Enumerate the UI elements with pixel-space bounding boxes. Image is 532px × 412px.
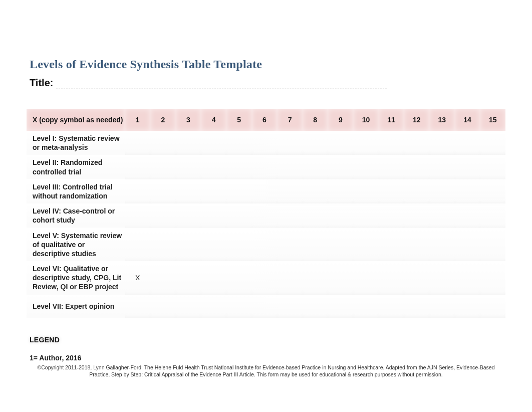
title-row: Title: [28, 77, 504, 89]
row-label: Level II: Randomized controlled trial [27, 155, 125, 179]
legend-list: 1= Author, 2016 [28, 354, 504, 362]
table-cell [353, 155, 379, 179]
table-row: Level II: Randomized controlled trial [27, 155, 505, 179]
column-header: 5 [226, 109, 252, 131]
table-row: Level V: Systematic review of qualitativ… [27, 228, 505, 262]
table-cell [480, 295, 505, 318]
table-cell [429, 261, 455, 295]
table-cell [150, 228, 176, 262]
table-cell [455, 155, 480, 179]
legend-item: 1= Author, 2016 [30, 354, 504, 362]
table-cell [125, 179, 150, 203]
page-heading: Levels of Evidence Synthesis Table Templ… [30, 58, 504, 71]
table-cell [328, 261, 353, 295]
table-cell [201, 131, 226, 155]
table-cell [303, 228, 328, 262]
table-cell [201, 179, 226, 203]
table-cell [353, 261, 379, 295]
column-header: 7 [277, 109, 303, 131]
table-cell [277, 179, 303, 203]
table-cell [252, 261, 278, 295]
column-header: 13 [429, 109, 455, 131]
table-cell [277, 228, 303, 262]
table-cell [353, 203, 379, 228]
table-row: Level III: Controlled trial without rand… [27, 179, 505, 203]
table-row: Level VII: Expert opinion [27, 295, 505, 318]
table-cell [125, 155, 150, 179]
table-cell [176, 228, 201, 262]
table-cell [480, 179, 505, 203]
table-cell [404, 261, 429, 295]
table-cell [201, 295, 226, 318]
table-cell [226, 131, 252, 155]
table-cell [353, 179, 379, 203]
table-cell [480, 261, 505, 295]
column-header: 14 [455, 109, 480, 131]
row-label: Level V: Systematic review of qualitativ… [27, 228, 125, 262]
table-cell [480, 228, 505, 262]
table-cell [353, 131, 379, 155]
column-header: 1 [125, 109, 150, 131]
copyright-footer: ©Copyright 2011-2018, Lynn Gallagher-For… [28, 364, 504, 378]
column-header: 10 [353, 109, 379, 131]
row-label: Level VII: Expert opinion [27, 295, 125, 318]
table-cell [303, 295, 328, 318]
column-header: 9 [328, 109, 353, 131]
table-cell [303, 131, 328, 155]
table-cell [150, 261, 176, 295]
table-cell [226, 228, 252, 262]
table-cell [303, 155, 328, 179]
table-cell [480, 131, 505, 155]
table-cell [328, 228, 353, 262]
table-cell [201, 261, 226, 295]
table-cell [429, 179, 455, 203]
table-cell [176, 261, 201, 295]
table-cell [328, 295, 353, 318]
table-cell [201, 203, 226, 228]
table-row: Level VI: Qualitative or descriptive stu… [27, 261, 505, 295]
title-input-line [56, 81, 387, 89]
table-cell [226, 203, 252, 228]
table-cell [404, 131, 429, 155]
table-cell [480, 155, 505, 179]
table-cell [226, 155, 252, 179]
table-cell [277, 295, 303, 318]
table-cell [353, 228, 379, 262]
table-cell [379, 203, 404, 228]
table-cell [429, 203, 455, 228]
table-row: Level IV: Case-control or cohort study [27, 203, 505, 228]
row-label: Level III: Controlled trial without rand… [27, 179, 125, 203]
table-cell [379, 155, 404, 179]
column-header: 4 [201, 109, 226, 131]
title-label: Title: [30, 77, 53, 89]
row-label: Level IV: Case-control or cohort study [27, 203, 125, 228]
table-cell [226, 295, 252, 318]
table-cell [125, 131, 150, 155]
table-cell [455, 261, 480, 295]
table-cell [404, 203, 429, 228]
table-cell [303, 179, 328, 203]
column-header: 15 [480, 109, 505, 131]
table-cell [455, 131, 480, 155]
table-cell [150, 179, 176, 203]
evidence-table: X (copy symbol as needed) 1 2 3 4 5 6 7 … [27, 109, 505, 318]
column-header-label: X (copy symbol as needed) [27, 109, 125, 131]
table-cell [328, 203, 353, 228]
column-header: 6 [252, 109, 278, 131]
legend-heading: LEGEND [30, 336, 504, 344]
table-cell [201, 228, 226, 262]
table-cell [125, 228, 150, 262]
table-cell [277, 155, 303, 179]
table-cell [150, 155, 176, 179]
table-cell [125, 203, 150, 228]
table-row: Level I: Systematic review or meta-analy… [27, 131, 505, 155]
column-header: 12 [404, 109, 429, 131]
table-cell [150, 131, 176, 155]
table-cell [150, 295, 176, 318]
table-cell [252, 179, 278, 203]
table-cell [125, 295, 150, 318]
table-cell [150, 203, 176, 228]
table-cell [429, 228, 455, 262]
table-cell [429, 295, 455, 318]
table-cell [252, 203, 278, 228]
